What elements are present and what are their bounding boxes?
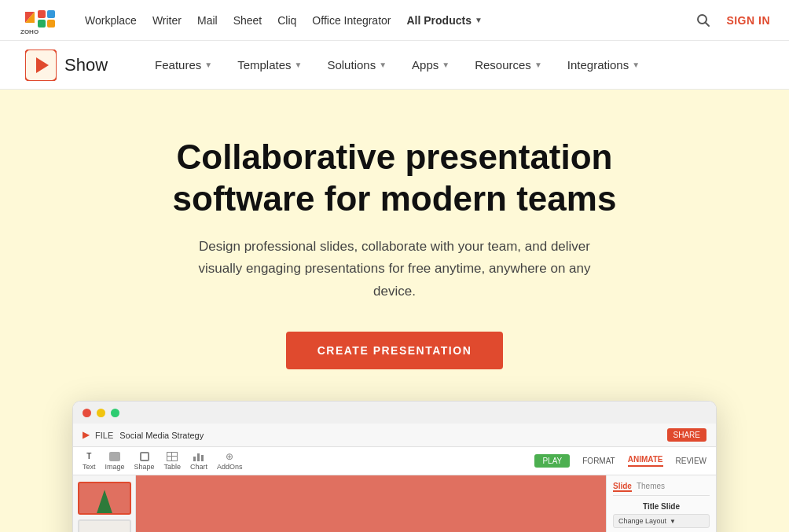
- slide-1-thumb[interactable]: [78, 482, 131, 515]
- text-tool[interactable]: T Text: [83, 452, 96, 471]
- all-products-button[interactable]: All Products ▼: [407, 14, 483, 27]
- search-button[interactable]: [696, 13, 710, 28]
- image-tool[interactable]: Image: [105, 452, 125, 471]
- right-panel-tabs: Slide Themes: [613, 482, 710, 496]
- show-app-icon: ▶: [83, 430, 89, 440]
- change-layout-btn[interactable]: Change Layout ▼: [613, 514, 710, 528]
- slide-layout-section: Title Slide Change Layout ▼: [613, 502, 710, 528]
- right-panel: Slide Themes Title Slide Change Layout ▼…: [606, 475, 716, 532]
- nav-link-cliq[interactable]: Cliq: [277, 14, 296, 27]
- svg-line-10: [706, 22, 710, 26]
- svg-text:ZOHO: ZOHO: [20, 28, 39, 35]
- file-menu[interactable]: FILE: [95, 431, 113, 440]
- search-icon: [696, 13, 710, 28]
- hero-subtitle: Design professional slides, collaborate …: [198, 236, 591, 304]
- icon-toolbar: T Text Image Shape: [73, 447, 716, 475]
- share-button[interactable]: SHARE: [667, 428, 706, 442]
- nav-resources[interactable]: Resources ▼: [475, 58, 542, 72]
- nav-link-sheet[interactable]: Sheet: [233, 14, 262, 27]
- show-logo-text: Show: [64, 55, 108, 75]
- slides-panel: [73, 475, 136, 532]
- hero-section: Collaborative presentation software for …: [0, 90, 789, 532]
- nav-integrations[interactable]: Integrations ▼: [567, 58, 640, 72]
- product-navigation: Show Features ▼ Templates ▼ Solutions ▼ …: [0, 41, 789, 90]
- slide-title-label: Title Slide: [613, 502, 710, 511]
- svg-rect-4: [38, 10, 46, 18]
- window-titlebar: [73, 402, 716, 424]
- create-presentation-button[interactable]: CREATE PRESENTATION: [286, 332, 504, 369]
- nav-link-office-integrator[interactable]: Office Integrator: [312, 14, 391, 27]
- table-tool[interactable]: Table: [164, 452, 182, 471]
- svg-rect-5: [47, 10, 55, 18]
- chevron-down-icon: ▼: [670, 518, 676, 525]
- nav-link-workplace[interactable]: Workplace: [85, 14, 137, 27]
- show-logo[interactable]: Show: [25, 50, 108, 81]
- slide-2-thumb[interactable]: [78, 519, 131, 532]
- chart-tool[interactable]: Chart: [190, 452, 207, 471]
- svg-rect-7: [47, 20, 55, 28]
- doc-title: Social Media Strategy: [119, 431, 204, 440]
- hero-title: Collaborative presentation software for …: [127, 137, 662, 220]
- nav-apps[interactable]: Apps ▼: [412, 58, 450, 72]
- slide-tab[interactable]: Slide: [613, 482, 632, 492]
- top-nav-right: SIGN IN: [696, 13, 770, 28]
- nav-link-mail[interactable]: Mail: [197, 14, 218, 27]
- nav-solutions[interactable]: Solutions ▼: [327, 58, 387, 72]
- sign-in-link[interactable]: SIGN IN: [726, 14, 770, 27]
- svg-rect-6: [38, 20, 46, 28]
- chevron-down-icon: ▼: [442, 61, 450, 69]
- chevron-down-icon: ▼: [295, 61, 303, 69]
- show-logo-icon: [25, 50, 57, 81]
- window-close-dot: [83, 409, 91, 417]
- nav-link-writer[interactable]: Writer: [152, 14, 182, 27]
- format-tab[interactable]: FORMAT: [582, 457, 615, 465]
- review-tab[interactable]: REVIEW: [676, 457, 706, 465]
- top-navigation: ZOHO Workplace Writer Mail Sheet Cliq Of…: [0, 0, 789, 41]
- app-body: Slide Themes Title Slide Change Layout ▼…: [73, 475, 716, 532]
- top-nav-links: Workplace Writer Mail Sheet Cliq Office …: [85, 14, 696, 27]
- animate-tab[interactable]: ANIMATE: [628, 455, 663, 467]
- themes-tab[interactable]: Themes: [637, 482, 665, 492]
- shape-tool[interactable]: Shape: [134, 452, 155, 471]
- chevron-down-icon: ▼: [475, 16, 483, 24]
- nav-features[interactable]: Features ▼: [155, 58, 212, 72]
- chevron-down-icon: ▼: [632, 61, 640, 69]
- window-minimize-dot: [97, 409, 105, 417]
- app-menu-bar: ▶ FILE Social Media Strategy SHARE: [73, 424, 716, 447]
- product-nav-links: Features ▼ Templates ▼ Solutions ▼ Apps …: [155, 58, 640, 72]
- chevron-down-icon: ▼: [204, 61, 212, 69]
- zoho-logo[interactable]: ZOHO: [19, 6, 60, 35]
- chevron-down-icon: ▼: [379, 61, 387, 69]
- app-preview: ▶ FILE Social Media Strategy SHARE T Tex…: [72, 401, 717, 532]
- play-button[interactable]: PLAY: [534, 454, 570, 468]
- toolbar-tools: T Text Image Shape: [83, 452, 243, 471]
- chevron-down-icon: ▼: [534, 61, 542, 69]
- main-canvas: [136, 475, 606, 532]
- addons-tool[interactable]: ⊕ AddOns: [217, 452, 243, 471]
- nav-templates[interactable]: Templates ▼: [237, 58, 302, 72]
- window-maximize-dot: [111, 409, 119, 417]
